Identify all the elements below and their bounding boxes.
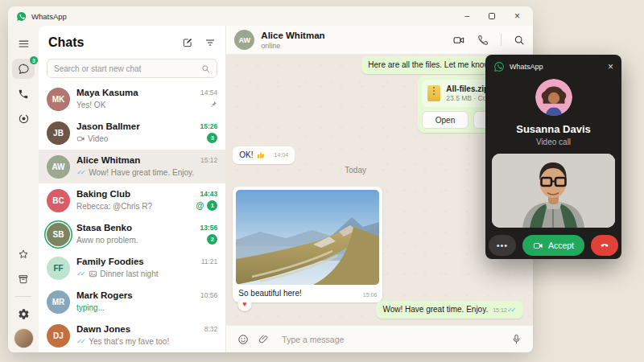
chat-avatar: BC [47, 189, 70, 212]
star-icon [18, 249, 29, 260]
unread-badge: 2 [207, 234, 217, 245]
voice-call-button[interactable] [477, 35, 489, 46]
chat-list: MKMaya KasumaYes! OK14:54JBJason Ballmer… [39, 82, 225, 352]
header-divider [501, 34, 502, 46]
video-call-button[interactable] [452, 34, 465, 47]
chat-name: Stasa Benko [76, 222, 194, 235]
search-icon [514, 35, 525, 46]
search-in-chat-button[interactable] [514, 35, 525, 46]
chat-avatar: AW [47, 155, 70, 179]
status-icon [18, 113, 30, 125]
chat-preview: Aww no problem. [76, 235, 194, 246]
starred-messages-button[interactable] [12, 244, 35, 264]
chat-avatar: DJ [47, 324, 70, 348]
chat-list-item[interactable]: AWAlice Whitman✓✓Wow! Have great time. E… [39, 150, 225, 183]
rail-divider [15, 296, 31, 297]
chat-name: Dawn Jones [76, 323, 198, 336]
contact-name: Alice Whitman [261, 30, 324, 42]
video-call-icon [533, 241, 543, 251]
whatsapp-logo-icon [16, 11, 27, 22]
chat-list-item[interactable]: BCBaking ClubRebecca: @Chris R?14:43@1 [39, 183, 225, 217]
archived-chats-button[interactable] [12, 269, 35, 289]
profile-avatar[interactable] [14, 329, 33, 348]
message-input[interactable]: Type a message [282, 335, 502, 344]
window-titlebar[interactable]: WhatsApp – × [8, 6, 533, 26]
chat-avatar: SB [47, 223, 70, 246]
settings-button[interactable] [12, 304, 35, 324]
mention-indicator: @ [196, 201, 204, 210]
message-time: 14:04 [275, 151, 289, 158]
voice-message-button[interactable] [511, 334, 522, 344]
message-photo[interactable]: So beautiful here! 15:06 ♥ [233, 187, 382, 302]
chats-icon [18, 63, 30, 75]
whatsapp-main-window: WhatsApp – × 3 [8, 6, 533, 352]
chat-list-item[interactable]: SBStasa BenkoAww no problem.13:562 [39, 217, 225, 251]
heart-reaction-badge[interactable]: ♥ [237, 298, 251, 311]
chat-time: 11:21 [201, 257, 218, 265]
decline-phone-icon [599, 240, 610, 251]
chat-preview: ✓✓Dinner last night [76, 269, 195, 280]
desktop: WhatsApp – × 3 [0, 0, 644, 362]
message-time: 15:12 [493, 307, 507, 313]
chat-time: 15:26 [200, 122, 218, 130]
date-divider: Today [226, 166, 485, 175]
unread-badge: 1 [207, 200, 217, 211]
emoji-button[interactable] [237, 334, 249, 345]
message-composer: Type a message [226, 325, 533, 352]
chat-name: Baking Club [76, 188, 190, 201]
file-open-button[interactable]: Open [422, 111, 468, 129]
minimize-button[interactable]: – [464, 12, 469, 20]
unread-badge: 3 [207, 133, 217, 143]
chat-list-panel: Chats Search or start new chat MKMaya Ka [39, 26, 226, 352]
chat-list-title: Chats [48, 35, 182, 50]
search-input[interactable]: Search or start new chat [47, 59, 217, 78]
calls-tab[interactable] [12, 84, 35, 104]
zip-file-icon [427, 85, 440, 101]
pin-icon [209, 101, 217, 109]
close-button[interactable]: × [514, 11, 520, 21]
phone-icon [477, 35, 489, 46]
menu-button[interactable] [12, 34, 35, 54]
call-window-title: WhatsApp [510, 63, 543, 71]
filter-chats-button[interactable] [204, 37, 216, 48]
chat-time: 14:54 [200, 88, 217, 97]
video-icon [76, 134, 85, 143]
new-chat-button[interactable] [182, 37, 193, 48]
maximize-button[interactable] [489, 13, 495, 19]
chat-list-item[interactable]: MRMark Rogerstyping...10:56 [39, 285, 225, 319]
search-placeholder: Search or start new chat [54, 64, 196, 73]
chat-list-item[interactable]: MKMaya KasumaYes! OK14:54 [39, 82, 225, 116]
message-outgoing-text[interactable]: Wow! Have great time. Enjoy.15:12✓✓ [376, 301, 523, 319]
attach-button[interactable] [258, 334, 269, 344]
accept-call-button[interactable]: Accept [522, 235, 584, 256]
chat-time: 14:43 [200, 190, 218, 198]
microphone-icon [511, 334, 522, 344]
caller-video-preview [492, 154, 615, 228]
chat-time: 13:56 [200, 224, 218, 232]
read-ticks-icon: ✓✓ [76, 269, 84, 278]
chat-preview: Video [76, 134, 194, 145]
image-icon [89, 269, 97, 278]
chat-time: 10:56 [200, 291, 217, 299]
archive-icon [18, 274, 29, 285]
unread-chats-badge: 3 [29, 56, 39, 65]
call-close-button[interactable]: × [608, 62, 613, 72]
contact-avatar[interactable]: AW [234, 30, 254, 50]
call-titlebar[interactable]: WhatsApp × [485, 55, 621, 76]
chat-list-item[interactable]: JBJason BallmerVideo15:263 [39, 116, 225, 150]
call-more-options-button[interactable]: ••• [489, 235, 516, 256]
message-incoming-text[interactable]: OK! 14:04 [233, 146, 295, 164]
chat-list-item[interactable]: FFFamily Foodies✓✓Dinner last night11:21 [39, 251, 225, 285]
chat-name: Maya Kasuma [76, 87, 194, 100]
emoji-icon [237, 334, 249, 345]
status-tab[interactable] [12, 109, 35, 129]
message-text: OK! [239, 150, 253, 161]
decline-call-button[interactable] [591, 235, 618, 256]
video-call-icon [452, 34, 465, 47]
whatsapp-logo-icon [493, 61, 505, 72]
chats-tab[interactable]: 3 [12, 59, 35, 79]
chat-list-item[interactable]: DJDawn Jones✓✓Yes that's my fave too!8:3… [39, 319, 225, 352]
chat-preview: ✓✓Yes that's my fave too! [76, 336, 198, 348]
window-title: WhatsApp [31, 12, 67, 21]
conversation-header[interactable]: AW Alice Whitman online [226, 26, 533, 55]
